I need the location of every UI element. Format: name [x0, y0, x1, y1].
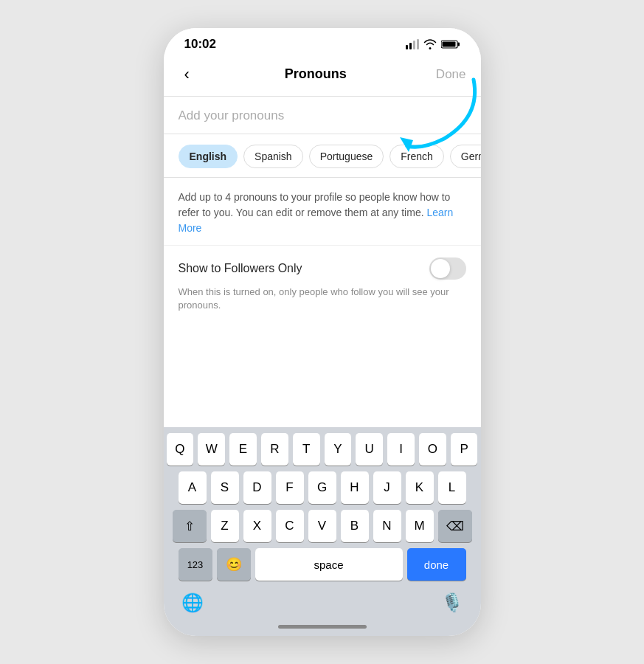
svg-rect-2: [413, 41, 415, 49]
lang-tab-portuguese[interactable]: Portuguese: [309, 145, 384, 168]
key-g[interactable]: G: [308, 471, 336, 504]
key-c[interactable]: C: [276, 510, 304, 542]
wifi-icon: [423, 39, 437, 49]
key-i[interactable]: I: [387, 433, 415, 466]
keyboard: Q W E R T Y U I O P A S D F G H J K: [164, 427, 481, 589]
status-icons: [406, 39, 460, 49]
svg-rect-5: [457, 42, 460, 46]
mic-icon[interactable]: 🎙️: [441, 592, 463, 613]
keyboard-row-1: Q W E R T Y U I O P: [167, 433, 478, 466]
key-s[interactable]: S: [211, 471, 239, 504]
key-r[interactable]: R: [261, 433, 288, 466]
key-u[interactable]: U: [356, 433, 383, 466]
svg-rect-6: [442, 41, 455, 46]
lang-tab-english[interactable]: English: [179, 145, 238, 168]
info-description: Add up to 4 pronouns to your profile so …: [179, 190, 466, 236]
info-section: Add up to 4 pronouns to your profile so …: [164, 178, 481, 246]
key-v[interactable]: V: [308, 510, 336, 542]
back-button[interactable]: ‹: [179, 62, 195, 87]
language-tabs: English Spanish Portuguese French Germa: [164, 134, 481, 178]
pronoun-input[interactable]: [179, 108, 466, 123]
shift-key[interactable]: ⇧: [173, 510, 207, 542]
learn-more-link[interactable]: Learn More: [179, 207, 454, 234]
lang-tab-german[interactable]: Germa: [450, 145, 481, 168]
followers-only-toggle[interactable]: [429, 257, 466, 280]
key-e[interactable]: E: [229, 433, 257, 466]
key-h[interactable]: H: [341, 471, 369, 504]
nav-bar: ‹ Pronouns Done: [164, 56, 481, 97]
key-w[interactable]: W: [198, 433, 225, 466]
lang-tab-spanish[interactable]: Spanish: [243, 145, 303, 168]
key-k[interactable]: K: [406, 471, 434, 504]
toggle-row: Show to Followers Only: [179, 257, 466, 280]
svg-rect-3: [417, 39, 419, 49]
key-b[interactable]: B: [341, 510, 369, 542]
input-area: [164, 97, 481, 134]
key-z[interactable]: Z: [211, 510, 239, 542]
toggle-label: Show to Followers Only: [179, 262, 302, 275]
keyboard-done-key[interactable]: done: [407, 548, 466, 581]
signal-icon: [406, 39, 419, 49]
status-bar: 10:02: [164, 28, 481, 56]
space-key[interactable]: space: [255, 548, 403, 581]
home-bar: [278, 625, 367, 629]
battery-icon: [441, 39, 460, 49]
lang-tab-french[interactable]: French: [389, 145, 444, 168]
status-time: 10:02: [184, 37, 216, 52]
key-o[interactable]: O: [419, 433, 446, 466]
delete-key[interactable]: ⌫: [438, 510, 472, 542]
key-d[interactable]: D: [243, 471, 271, 504]
globe-icon[interactable]: 🌐: [181, 592, 204, 613]
bottom-bar: 🌐 🎙️: [164, 589, 481, 622]
key-x[interactable]: X: [243, 510, 271, 542]
keyboard-row-4: 123 😊 space done: [167, 548, 478, 581]
content-spacer: [164, 324, 481, 427]
key-t[interactable]: T: [293, 433, 320, 466]
num-key[interactable]: 123: [179, 548, 212, 581]
toggle-section: Show to Followers Only When this is turn…: [164, 246, 481, 324]
emoji-key[interactable]: 😊: [217, 548, 251, 581]
key-j[interactable]: J: [373, 471, 401, 504]
key-a[interactable]: A: [179, 471, 207, 504]
keyboard-row-3: ⇧ Z X C V B N M ⌫: [167, 510, 478, 542]
phone-frame: 10:02: [164, 28, 481, 636]
key-p[interactable]: P: [451, 433, 478, 466]
toggle-description: When this is turned on, only people who …: [179, 286, 466, 312]
done-button[interactable]: Done: [436, 67, 466, 82]
key-q[interactable]: Q: [167, 433, 194, 466]
keyboard-row-2: A S D F G H J K L: [167, 471, 478, 504]
key-f[interactable]: F: [276, 471, 304, 504]
key-y[interactable]: Y: [325, 433, 352, 466]
page-title: Pronouns: [285, 66, 347, 82]
svg-rect-1: [409, 43, 412, 49]
key-n[interactable]: N: [373, 510, 401, 542]
key-m[interactable]: M: [406, 510, 434, 542]
key-l[interactable]: L: [438, 471, 466, 504]
svg-rect-0: [406, 45, 408, 49]
home-indicator: [164, 622, 481, 636]
